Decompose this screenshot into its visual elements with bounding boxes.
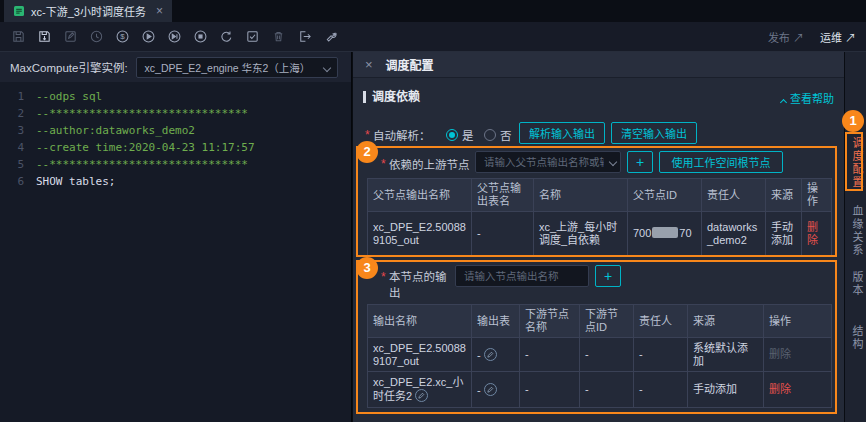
col-header: 父节点输出名称 xyxy=(368,179,472,212)
cell-node-name: xc_上游_每小时调度_自依赖 xyxy=(534,212,628,256)
col-header: 责任人 xyxy=(634,305,688,338)
col-header: 父节点ID xyxy=(628,179,702,212)
format-icon[interactable] xyxy=(296,28,313,45)
schedule-config-panel: × 调度配置 调度依赖 查看帮助 * 自动解析： 是 否 解析输入输出 清空输入… xyxy=(352,52,844,422)
refresh-icon[interactable] xyxy=(218,28,235,45)
annotation-badge-3: 3 xyxy=(356,257,378,279)
tab-structure[interactable]: 结构 xyxy=(849,325,865,351)
col-header: 操作 xyxy=(802,179,832,212)
save-icon[interactable] xyxy=(10,28,27,45)
steal-lock-icon[interactable] xyxy=(62,28,79,45)
cell-source: 系统默认添加 xyxy=(688,338,764,372)
add-upstream-button[interactable]: + xyxy=(627,151,653,173)
upstream-search-input[interactable] xyxy=(475,151,621,173)
code-line: 6SHOW tables; xyxy=(0,173,351,190)
cell-source: 手动添加 xyxy=(766,212,802,256)
col-header: 责任人 xyxy=(702,179,766,212)
engine-value: xc_DPE_E2_engine 华东2（上海） xyxy=(145,60,311,75)
clock-icon[interactable] xyxy=(88,28,105,45)
output-name-input[interactable] xyxy=(455,265,589,287)
required-mark: * xyxy=(381,270,386,284)
svg-text:$: $ xyxy=(120,32,125,41)
cost-estimate-icon[interactable]: $ xyxy=(114,28,131,45)
toolbar-links: 发布 ↗ 运维 ↗ xyxy=(768,29,856,45)
cell-source: 手动添加 xyxy=(688,372,764,408)
code-line: 4--create time:2020-04-23 11:17:57 xyxy=(0,139,351,156)
engine-row: MaxCompute引擎实例: xc_DPE_E2_engine 华东2（上海） xyxy=(0,52,351,82)
cell-owner: - xyxy=(634,338,688,372)
required-mark: * xyxy=(365,128,370,142)
cell-output-table: - xyxy=(472,212,534,256)
clear-io-button[interactable]: 清空输入输出 xyxy=(611,122,697,144)
delete-link[interactable]: 删除 xyxy=(807,221,818,246)
editor-toolbar: $ 发布 ↗ 运维 ↗ xyxy=(0,22,866,52)
editor-tab-bar: xc-下游_3小时调度任务 × xyxy=(0,0,866,22)
upstream-label: 依赖的上游节点 xyxy=(389,156,470,172)
upstream-table: 父节点输出名称 父节点输出表名 名称 父节点ID 责任人 来源 操作 xc_DP… xyxy=(367,178,832,256)
radio-yes[interactable] xyxy=(446,129,458,141)
settings-wrench-icon[interactable] xyxy=(322,28,339,45)
annotation-badge-2: 2 xyxy=(356,141,378,163)
delete-link[interactable]: 删除 xyxy=(769,383,791,395)
code-line: 1--odps sql xyxy=(0,88,351,105)
radio-no-label[interactable]: 否 xyxy=(500,127,512,143)
outputs-label: 本节点的输出 xyxy=(389,269,453,301)
col-header: 输出名称 xyxy=(368,305,472,338)
run-icon[interactable] xyxy=(140,28,157,45)
engine-select[interactable]: xc_DPE_E2_engine 华东2（上海） xyxy=(136,57,338,78)
col-header: 名称 xyxy=(534,179,628,212)
publish-link[interactable]: 发布 ↗ xyxy=(768,29,804,45)
code-area[interactable]: 1--odps sql 2--*************************… xyxy=(0,88,351,422)
external-arrow-icon: ↗ xyxy=(793,32,804,44)
edit-pencil-icon[interactable] xyxy=(484,383,497,396)
clear-icon[interactable] xyxy=(270,28,287,45)
tab-close-icon[interactable]: × xyxy=(156,4,163,18)
chevron-down-icon xyxy=(322,63,330,71)
parse-io-button[interactable]: 解析输入输出 xyxy=(519,122,605,144)
syntax-check-icon[interactable] xyxy=(244,28,261,45)
view-help-link[interactable]: 查看帮助 xyxy=(781,90,834,106)
dataworks-ide: xc-下游_3小时调度任务 × $ 发布 ↗ 运维 ↗ MaxCompute引擎… xyxy=(0,0,866,422)
sql-node-icon xyxy=(13,5,25,17)
outputs-table-header: 输出名称 输出表 下游节点名称 下游节点ID 责任人 来源 操作 xyxy=(368,305,832,338)
engine-label: MaxCompute引擎实例: xyxy=(10,59,128,75)
add-output-button[interactable]: + xyxy=(595,265,621,287)
cell-owner: dataworks_demo2 xyxy=(702,212,766,256)
ops-link[interactable]: 运维 ↗ xyxy=(820,29,856,45)
code-editor-pane: MaxCompute引擎实例: xc_DPE_E2_engine 华东2（上海）… xyxy=(0,52,352,422)
cell-downstream-id: - xyxy=(580,338,634,372)
external-arrow-icon: ↗ xyxy=(845,32,856,44)
save-commit-icon[interactable] xyxy=(36,28,53,45)
use-root-node-button[interactable]: 使用工作空间根节点 xyxy=(659,151,783,173)
annotation-badge-1: 1 xyxy=(842,110,864,132)
cell-action: 删除 xyxy=(802,212,832,256)
code-text: --create time:2020-04-23 11:17:57 xyxy=(36,139,255,156)
code-text: --****************************** xyxy=(36,105,248,122)
edit-pencil-icon[interactable] xyxy=(484,348,497,361)
edit-pencil-icon[interactable] xyxy=(415,389,428,402)
col-header: 来源 xyxy=(766,179,802,212)
table-row: xc_DPE_E2.500889105_out - xc_上游_每小时调度_自依… xyxy=(368,212,832,256)
radio-no[interactable] xyxy=(484,129,496,141)
masked-id-block xyxy=(652,227,678,238)
code-text: SHOW tables; xyxy=(36,173,115,190)
cell-owner: - xyxy=(634,372,688,408)
radio-yes-label[interactable]: 是 xyxy=(462,127,474,143)
panel-close-icon[interactable]: × xyxy=(365,57,373,72)
col-header: 来源 xyxy=(688,305,764,338)
code-text: --author:dataworks_demo2 xyxy=(36,122,195,139)
cell-downstream-name: - xyxy=(520,338,580,372)
line-number: 6 xyxy=(0,173,36,190)
chevron-up-icon xyxy=(780,99,787,106)
col-header: 父节点输出表名 xyxy=(472,179,534,212)
advanced-run-icon[interactable] xyxy=(166,28,183,45)
cell-parent-id: 70070 xyxy=(628,212,702,256)
stop-icon[interactable] xyxy=(192,28,209,45)
table-row: xc_DPE_E2.500889107_out - - - - 系统默认添加 删… xyxy=(368,338,832,372)
cell-action: 删除 xyxy=(764,372,832,408)
tab-schedule-config[interactable]: 调度配置 xyxy=(849,137,865,189)
cell-output-name: xc_DPE_E2.500889105_out xyxy=(368,212,472,256)
tab-versions[interactable]: 版本 xyxy=(849,271,865,297)
tab-lineage[interactable]: 血缘关系 xyxy=(849,205,865,257)
tab-active-task[interactable]: xc-下游_3小时调度任务 × xyxy=(4,0,172,22)
